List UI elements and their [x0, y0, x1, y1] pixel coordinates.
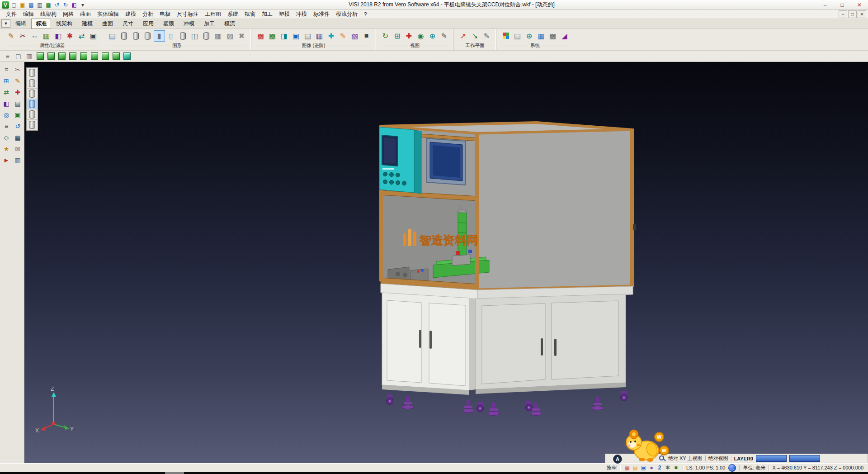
- mdi-minimize-button[interactable]: –: [839, 10, 847, 18]
- tool-icon[interactable]: ■: [361, 30, 372, 42]
- ribbon-tab[interactable]: 编辑: [11, 19, 31, 29]
- sidebar-tool-icon[interactable]: ▦: [13, 132, 23, 142]
- tool-icon[interactable]: ✎: [481, 30, 492, 42]
- tool-icon[interactable]: [130, 30, 142, 42]
- highlight-color-bar[interactable]: [789, 455, 820, 462]
- tool-icon[interactable]: ▤: [107, 30, 118, 42]
- menu-item[interactable]: 线架构: [37, 9, 60, 19]
- status-icon[interactable]: ▤: [632, 464, 639, 471]
- quick-access-icon[interactable]: ▥: [36, 1, 44, 9]
- layer-cylinder-button[interactable]: [27, 89, 38, 99]
- tool-icon[interactable]: ⊕: [524, 30, 535, 42]
- view-cube-icon[interactable]: [90, 52, 99, 61]
- view-cube-icon[interactable]: ≡: [3, 52, 12, 61]
- mdi-close-button[interactable]: ✕: [858, 10, 866, 18]
- tool-icon[interactable]: ↗: [458, 30, 469, 42]
- sidebar-tool-icon[interactable]: ►: [1, 155, 12, 165]
- tool-icon[interactable]: ↻: [380, 30, 391, 42]
- menu-item[interactable]: 编辑: [20, 9, 37, 19]
- tool-icon[interactable]: [142, 30, 153, 42]
- view-cube-icon[interactable]: [79, 52, 88, 61]
- menu-item[interactable]: 视窗: [241, 9, 259, 19]
- layer-cylinder-button[interactable]: [27, 120, 38, 130]
- tool-icon[interactable]: ▧: [349, 30, 360, 42]
- quick-access-icon[interactable]: ▤: [27, 1, 35, 9]
- absolute-view-label[interactable]: 绝对视图: [708, 455, 728, 462]
- menu-item[interactable]: 模流分析: [333, 9, 361, 19]
- sidebar-tool-icon[interactable]: ⊠: [13, 143, 23, 154]
- active-layer-label[interactable]: LAYER0: [734, 456, 753, 461]
- tool-icon[interactable]: ✎: [439, 30, 450, 42]
- quick-access-icon[interactable]: ↻: [61, 1, 70, 9]
- tool-icon[interactable]: ▩: [547, 30, 558, 42]
- tool-icon[interactable]: ▤: [302, 30, 313, 42]
- tool-icon[interactable]: ▦: [535, 30, 547, 42]
- sidebar-tool-icon[interactable]: ▣: [13, 109, 23, 120]
- sidebar-tool-icon[interactable]: ✂: [13, 64, 23, 75]
- menu-item[interactable]: 网格: [60, 9, 77, 19]
- sidebar-tool-icon[interactable]: ▤: [13, 98, 23, 109]
- sidebar-tool-icon[interactable]: ≡: [1, 121, 12, 131]
- sidebar-tool-icon[interactable]: ↺: [13, 121, 23, 131]
- sidebar-tool-icon[interactable]: ≡: [1, 64, 12, 75]
- layer-cylinder-button[interactable]: [27, 109, 38, 120]
- quick-access-icon[interactable]: ◧: [70, 1, 78, 9]
- tool-icon[interactable]: ⊕: [427, 30, 438, 42]
- tool-icon[interactable]: ◨: [278, 30, 290, 42]
- ribbon-tab[interactable]: 尺寸: [118, 19, 138, 29]
- quick-access-icon[interactable]: ▾: [79, 1, 87, 9]
- tool-icon[interactable]: ◢: [559, 30, 570, 42]
- tool-icon[interactable]: ▯: [165, 30, 177, 42]
- quick-access-icon[interactable]: ▦: [44, 1, 52, 9]
- sidebar-tool-icon[interactable]: ★: [1, 143, 12, 154]
- view-cube-icon[interactable]: ▢: [14, 52, 23, 61]
- snap-lock-label[interactable]: 拴牢: [607, 465, 617, 471]
- tool-icon[interactable]: ▦: [314, 30, 325, 42]
- ribbon-tab[interactable]: 加工: [199, 19, 219, 29]
- globe-icon[interactable]: [728, 464, 736, 472]
- sidebar-tool-icon[interactable]: ▥: [13, 155, 23, 165]
- status-icon[interactable]: ✱: [664, 464, 671, 471]
- sidebar-tool-icon[interactable]: ◧: [1, 98, 12, 109]
- sidebar-tool-icon[interactable]: ⇄: [1, 87, 12, 97]
- ribbon-tab[interactable]: 建模: [77, 19, 97, 29]
- menu-item[interactable]: 建模: [122, 9, 139, 19]
- ribbon-tab[interactable]: 标准: [31, 19, 51, 29]
- sidebar-tool-icon[interactable]: ◎: [1, 109, 12, 120]
- status-icon[interactable]: ■: [672, 464, 679, 471]
- tool-icon[interactable]: ↘: [469, 30, 481, 42]
- ribbon-tab[interactable]: 塑膜: [159, 19, 179, 29]
- tool-icon[interactable]: ✱: [64, 30, 75, 42]
- view-cube-icon[interactable]: [46, 52, 56, 61]
- view-cube-icon[interactable]: [122, 52, 132, 61]
- sidebar-tool-icon[interactable]: ✚: [13, 87, 23, 97]
- tool-icon[interactable]: ↔: [29, 30, 40, 42]
- view-cube-icon[interactable]: [35, 52, 45, 61]
- tool-icon[interactable]: [201, 30, 212, 42]
- tool-icon[interactable]: ◉: [415, 30, 426, 42]
- status-icon[interactable]: ▦: [623, 464, 631, 471]
- tab-dropdown-button[interactable]: ▼: [1, 19, 10, 28]
- menu-item[interactable]: 标准件: [310, 9, 333, 19]
- minimize-button[interactable]: –: [816, 0, 834, 9]
- status-icon[interactable]: ●: [648, 464, 655, 471]
- ribbon-tab[interactable]: 应用: [138, 19, 158, 29]
- tool-icon[interactable]: ▩: [267, 30, 278, 42]
- mdi-restore-button[interactable]: □: [848, 10, 857, 18]
- taskbar-item[interactable]: [165, 472, 184, 474]
- view-cube-icon[interactable]: [100, 52, 110, 61]
- menu-item[interactable]: 塑模: [276, 9, 293, 19]
- ribbon-tab[interactable]: 线架构: [52, 19, 77, 29]
- menu-item[interactable]: 曲面: [77, 9, 94, 19]
- ribbon-tab[interactable]: 曲面: [98, 19, 118, 29]
- sidebar-tool-icon[interactable]: ◇: [1, 132, 12, 142]
- tool-icon[interactable]: ▤: [512, 30, 523, 42]
- ribbon-tab[interactable]: 冲模: [179, 19, 199, 29]
- menu-item[interactable]: 文件: [3, 9, 20, 19]
- tool-icon[interactable]: ▮: [154, 30, 165, 42]
- tool-icon[interactable]: ▣: [290, 30, 302, 42]
- menu-item[interactable]: 冲模: [293, 9, 310, 19]
- menu-item[interactable]: 系统: [224, 9, 241, 19]
- maximize-button[interactable]: □: [834, 0, 851, 9]
- tool-icon[interactable]: ✚: [326, 30, 337, 42]
